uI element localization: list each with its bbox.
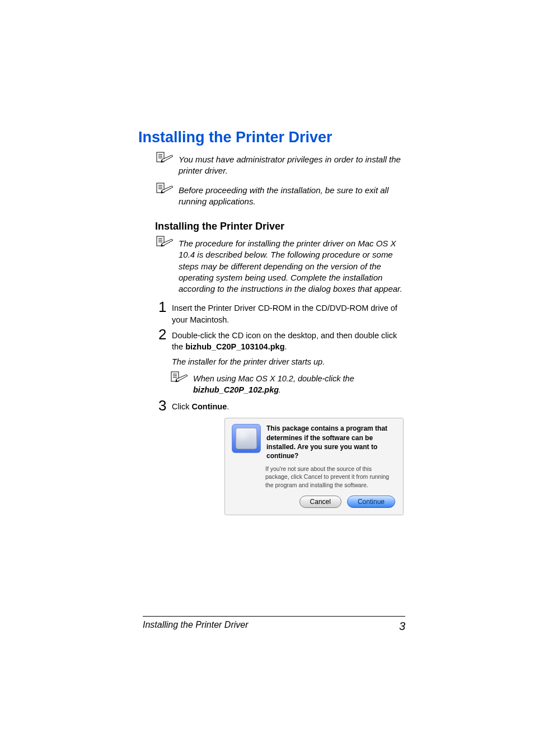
note-text-post: .: [279, 385, 281, 394]
footer-rule: [143, 616, 405, 617]
note-text-pre: When using Mac OS X 10.2, double-click t…: [193, 374, 354, 383]
step-number: 2: [158, 324, 166, 344]
page-heading: Installing the Printer Driver: [138, 129, 405, 146]
page-footer: Installing the Printer Driver 3: [143, 616, 405, 633]
step-1: 1 Insert the Printer Driver CD-ROM in th…: [161, 302, 405, 325]
step-text: Insert the Printer Driver CD-ROM in the …: [172, 304, 397, 324]
footer-title: Installing the Printer Driver: [143, 620, 249, 633]
package-name-102: bizhub_C20P_102.pkg: [193, 385, 279, 394]
note-icon: [156, 152, 174, 167]
step-text-post: .: [227, 402, 229, 411]
step-3: 3 Click Continue.: [161, 401, 405, 412]
step-2: 2 Double-click the CD icon on the deskto…: [161, 330, 405, 353]
step-2-result: The installer for the printer driver sta…: [172, 357, 405, 368]
section-heading: Installing the Printer Driver: [155, 221, 405, 232]
note-text: Before proceeding with the installation,…: [179, 185, 388, 206]
step-text-pre: Click: [172, 402, 191, 411]
note-icon: [156, 236, 174, 251]
step-text-post: .: [285, 342, 287, 351]
note-exit-apps: Before proceeding with the installation,…: [179, 185, 405, 208]
note-text: You must have administrator privileges i…: [179, 155, 401, 175]
cancel-button[interactable]: Cancel: [299, 496, 341, 508]
installer-dialog: This package contains a program that det…: [224, 418, 404, 515]
note-macosx-version: The procedure for installing the printer…: [179, 238, 405, 295]
step-number: 1: [158, 297, 166, 317]
note-admin-privileges: You must have administrator privileges i…: [179, 154, 405, 177]
continue-button[interactable]: Continue: [347, 496, 395, 508]
dialog-message: This package contains a program that det…: [266, 424, 396, 460]
note-icon: [171, 371, 189, 387]
footer-page-number: 3: [399, 620, 405, 633]
package-icon: [232, 424, 261, 453]
step-text: Double-click the CD icon on the desktop,…: [172, 331, 397, 351]
package-name: bizhub_C20P_103104.pkg: [185, 342, 284, 351]
note-text: When using Mac OS X 10.2, double-click t…: [193, 374, 354, 394]
note-text: The procedure for installing the printer…: [179, 239, 402, 293]
note-icon: [156, 183, 174, 198]
dialog-explain: If you're not sure about the source of t…: [225, 465, 403, 492]
step-number: 3: [158, 395, 166, 416]
continue-label: Continue: [191, 402, 227, 411]
note-macosx-102: When using Mac OS X 10.2, double-click t…: [193, 374, 405, 395]
step-text: Click Continue.: [172, 402, 229, 411]
